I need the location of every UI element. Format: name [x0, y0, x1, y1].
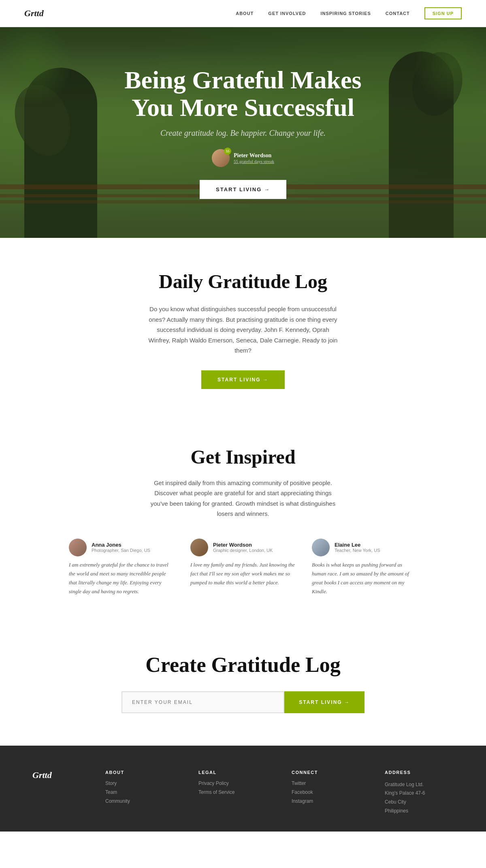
footer-story-link[interactable]: Story	[105, 780, 174, 786]
cta-button[interactable]: START LIVING →	[284, 691, 364, 713]
testimonial-elaine-role: Teacher, New York, US	[335, 548, 380, 553]
footer-col-about: About Story Team Community	[105, 770, 174, 815]
inspired-section: Get Inspired Get inspired daily from thi…	[0, 413, 486, 620]
nav-get-involved[interactable]: Get Involved	[268, 11, 306, 16]
testimonial-anna: Anna Jones Photographer, San Diego, US I…	[69, 539, 174, 596]
footer-inner: Grttd About Story Team Community Legal P…	[32, 770, 454, 815]
hero-user-card: 55 Pieter Wordson 55 grateful days strea…	[212, 149, 274, 167]
testimonial-pieter: Pieter Wordson Graphic designer, London,…	[190, 539, 296, 596]
daily-cta-button[interactable]: START LIVING →	[201, 370, 285, 389]
footer-community-link[interactable]: Community	[105, 798, 174, 804]
footer-facebook-link[interactable]: Facebook	[292, 789, 360, 795]
nav-links: About Get Involved Inspiring Stories Con…	[236, 7, 462, 19]
streak-badge: 55	[224, 148, 231, 155]
nav-inspiring-stories[interactable]: Inspiring Stories	[320, 11, 371, 16]
testimonial-anna-quote: I am extremely grateful for the chance t…	[69, 560, 174, 596]
footer-twitter-link[interactable]: Twitter	[292, 780, 360, 786]
inspired-intro: Get inspired daily from this amazing com…	[146, 478, 340, 519]
testimonial-elaine-quote: Books is what keeps us pushing forward a…	[312, 560, 417, 596]
footer-col-connect: Connect Twitter Facebook Instagram	[292, 770, 360, 815]
hero-section: Being Grateful Makes You More Successful…	[0, 27, 486, 238]
hero-subtitle: Create gratitude log. Be happier. Change…	[160, 128, 326, 138]
inspired-title: Get Inspired	[24, 446, 462, 468]
testimonial-pieter-meta: Pieter Wordson Graphic designer, London,…	[213, 542, 273, 553]
email-input[interactable]	[122, 691, 284, 713]
footer-about-title: About	[105, 770, 174, 775]
testimonial-anna-header: Anna Jones Photographer, San Diego, US	[69, 539, 174, 556]
testimonial-elaine-name: Elaine Lee	[335, 542, 380, 548]
testimonial-pieter-role: Graphic designer, London, UK	[213, 548, 273, 553]
nav-about[interactable]: About	[236, 11, 254, 16]
daily-title: Daily Gratitude Log	[24, 270, 462, 293]
testimonial-anna-role: Photographer, San Diego, US	[92, 548, 150, 553]
footer-team-link[interactable]: Team	[105, 789, 174, 795]
hero-user-info: Pieter Wordson 55 grateful days streak	[234, 152, 274, 164]
footer: Grttd About Story Team Community Legal P…	[0, 746, 486, 832]
cta-section: Create Gratitude Log START LIVING →	[0, 620, 486, 746]
testimonial-pieter-header: Pieter Wordson Graphic designer, London,…	[190, 539, 296, 556]
hero-heading: Being Grateful Makes You More Successful	[124, 66, 362, 121]
footer-logo[interactable]: Grttd	[32, 770, 81, 780]
footer-terms-link[interactable]: Terms of Service	[198, 789, 267, 795]
nav-signup[interactable]: Sign Up	[424, 7, 462, 19]
testimonial-pieter-name: Pieter Wordson	[213, 542, 273, 548]
logo[interactable]: Grttd	[24, 8, 44, 19]
cta-title: Create Gratitude Log	[24, 653, 462, 677]
footer-col-legal: Legal Privacy Policy Terms of Service	[198, 770, 267, 815]
avatar-anna	[69, 539, 87, 556]
avatar-elaine	[312, 539, 330, 556]
testimonial-anna-name: Anna Jones	[92, 542, 150, 548]
nav-contact[interactable]: Contact	[386, 11, 410, 16]
hero-user-streak: 55 grateful days streak	[234, 159, 274, 164]
testimonial-elaine-header: Elaine Lee Teacher, New York, US	[312, 539, 417, 556]
footer-logo-col: Grttd	[32, 770, 81, 815]
testimonial-anna-meta: Anna Jones Photographer, San Diego, US	[92, 542, 150, 553]
navigation: Grttd About Get Involved Inspiring Stori…	[0, 0, 486, 27]
footer-instagram-link[interactable]: Instagram	[292, 798, 360, 804]
daily-section: Daily Gratitude Log Do you know what dis…	[0, 238, 486, 413]
testimonial-elaine: Elaine Lee Teacher, New York, US Books i…	[312, 539, 417, 596]
hero-content: Being Grateful Makes You More Successful…	[124, 66, 362, 199]
footer-col-address: Address Gratitude Log Ltd. King's Palace…	[385, 770, 454, 815]
hero-user-name: Pieter Wordson	[234, 152, 274, 159]
footer-connect-title: Connect	[292, 770, 360, 775]
footer-address-title: Address	[385, 770, 454, 775]
testimonial-pieter-quote: I love my family and my friends. Just kn…	[190, 560, 296, 587]
hero-avatar-wrapper: 55	[212, 149, 230, 167]
daily-body: Do you know what distinguishes successfu…	[146, 304, 340, 356]
footer-privacy-link[interactable]: Privacy Policy	[198, 780, 267, 786]
hero-cta-button[interactable]: START LIVING →	[200, 180, 286, 199]
footer-legal-title: Legal	[198, 770, 267, 775]
testimonial-elaine-meta: Elaine Lee Teacher, New York, US	[335, 542, 380, 553]
testimonials-list: Anna Jones Photographer, San Diego, US I…	[24, 539, 462, 596]
cta-form: START LIVING →	[122, 691, 364, 713]
avatar-pieter	[190, 539, 208, 556]
footer-address-lines: Gratitude Log Ltd. King's Palace 47-6 Ce…	[385, 780, 454, 815]
